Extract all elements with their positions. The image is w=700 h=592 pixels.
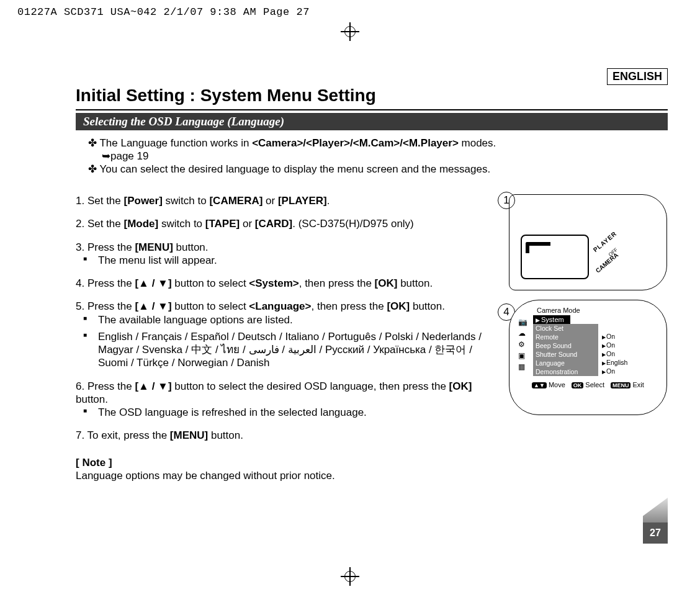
record-icon: ▣ [518,351,527,360]
step-1: 1. Set the [Power] switch to [CAMERA] or… [76,194,493,207]
menu-subtitle-system: System [533,315,570,324]
step-3-sub: The menu list will appear. [98,254,493,267]
menu-pill: MENU [611,382,631,388]
intro-line1-prefix: ✤ The Language function works in [88,137,252,149]
step-5-sub1: The available language options are liste… [98,313,493,326]
menu-row-beep-sound: Beep SoundOn [533,341,658,350]
step-5-sub2-languages: English / Français / Español / Deutsch /… [98,330,493,370]
title-rule [76,109,668,110]
step-7: 7. To exit, press the [MENU] button. [76,429,493,442]
intro-page-ref: ➥page 19 [88,150,668,163]
step-6: 6. Press the [▲ / ▼] button to select th… [76,380,493,419]
camera-icon: 📷 [518,318,527,326]
note-block: [ Note ] Language options may be changed… [76,456,493,483]
menu-category-icons: 📷 ☁ ⚙ ▣ ▦ [518,318,527,371]
intro-line1-suffix: modes. [459,137,496,149]
menu-rows: Clock Set RemoteOn Beep SoundOn Shutter … [533,324,658,376]
section-heading: Selecting the OSD Language (Language) [76,113,668,130]
crop-mark-top [341,22,359,41]
ok-pill: OK [572,382,584,388]
page-title: Initial Setting : System Menu Setting [76,86,668,105]
intro-line2: ✤ You can select the desired language to… [88,163,668,176]
intro-line1-bold: <Camera>/<Player>/<M.Cam>/<M.Player> [252,137,459,149]
step-4: 4. Press the [▲ / ▼] button to select <S… [76,277,493,290]
steps-column: 1. Set the [Power] switch to [CAMERA] or… [76,194,500,482]
note-body: Language options may be changed without … [76,469,493,482]
step-3: 3. Press the [MENU] button. The menu lis… [76,241,493,267]
move-icon: ▲▼ [532,382,547,388]
menu-title: Camera Mode [533,307,658,314]
menu-row-language: LanguageEnglish [533,359,658,367]
menu-hint-row: ▲▼ Move OK Select MENU Exit [532,381,658,388]
menu-row-remote: RemoteOn [533,333,658,341]
settings-icon: ⚙ [518,340,527,349]
hint-exit: Exit [633,381,644,388]
step-2: 2. Set the [Mode] switch to [TAPE] or [C… [76,217,493,230]
hint-select: Select [585,381,604,388]
hint-move: Move [549,381,565,388]
display-icon: ▦ [518,362,527,371]
figure-4: 4 📷 ☁ ⚙ ▣ ▦ Camera Mode System Clock Set [500,300,667,415]
menu-row-demonstration: DemonstrationOn [533,367,658,376]
illustration-column: 1 PLAYER OFF CAMERA 4 📷 ☁ ⚙ ▣ [500,194,668,482]
language-badge: ENGLISH [607,68,668,85]
step-5: 5. Press the [▲ / ▼] button to select <L… [76,300,493,369]
note-heading: [ Note ] [76,456,493,469]
cloud-icon: ☁ [518,329,527,338]
menu-row-shutter-sound: Shutter SoundOn [533,350,658,359]
menu-row-clock-set: Clock Set [533,324,658,333]
print-job-header: 01227A SCD371 USA~042 2/1/07 9:38 AM Pag… [17,6,310,18]
switch-camera-label: CAMERA [595,251,620,274]
crop-mark-bottom [341,567,359,586]
page-content: ENGLISH Initial Setting : System Menu Se… [76,68,668,544]
page-number-tab: 27 [643,522,668,544]
intro-block: ✤ The Language function works in <Camera… [76,137,668,176]
figure-1: 1 PLAYER OFF CAMERA [500,194,667,290]
step-6-sub: The OSD language is refreshed in the sel… [98,406,493,419]
